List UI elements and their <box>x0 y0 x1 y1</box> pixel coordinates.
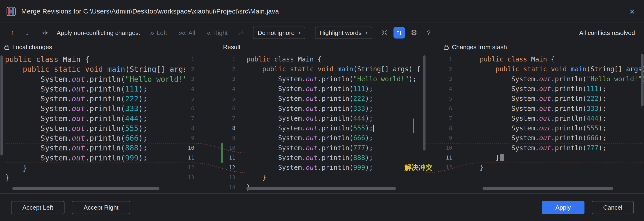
magic-resolve-button[interactable] <box>235 27 246 38</box>
right-editor[interactable]: public class Main { public static void m… <box>480 54 644 173</box>
accept-right-button[interactable]: Accept Right <box>72 201 130 214</box>
apply-button[interactable]: Apply <box>542 201 584 214</box>
code-line: System.out.println(555); <box>246 123 423 133</box>
line-number: 1 <box>217 54 236 64</box>
code-line: System.out.println(111); <box>480 84 644 94</box>
merge-editors: public class Main { public static void m… <box>0 54 644 193</box>
line-number: 6 <box>217 104 236 114</box>
line-number: 11 <box>176 153 194 163</box>
double-chevron-right-icon: » <box>150 29 154 36</box>
code-line: System.out.println("Hello world!"); <box>246 74 423 84</box>
line-number: 11 <box>434 153 452 163</box>
merge-arrows-icon <box>42 29 48 36</box>
line-number: 12 <box>434 163 452 173</box>
settings-gear-icon[interactable]: ⚙ <box>408 27 420 38</box>
pane-headers: Local changes Result Changes from stash <box>0 42 644 53</box>
code-line: System.out.println("Hello world!"); <box>480 74 644 84</box>
code-line: public class Main { <box>5 54 185 64</box>
line-number: 2 <box>434 64 452 74</box>
right-vertical-scrollbar[interactable] <box>641 54 644 106</box>
code-line: System.out.println(666); <box>480 133 644 143</box>
line-number: 5 <box>176 94 194 104</box>
line-number: 9 <box>176 133 194 143</box>
cancel-button[interactable]: Cancel <box>592 201 634 214</box>
code-line: System.out.println(888); <box>246 153 423 163</box>
collapse-unchanged-button[interactable] <box>379 27 390 38</box>
code-line: } <box>480 163 644 173</box>
ignore-policy-value: Do not ignore <box>258 29 295 36</box>
right-pane-title: Changes from stash <box>452 43 507 50</box>
close-icon[interactable]: × <box>626 5 638 17</box>
line-number: 11 <box>217 153 236 163</box>
titlebar: Merge Revisions for C:\Users\Admin\Deskt… <box>0 0 644 23</box>
line-number: 3 <box>434 74 452 84</box>
apply-all-button[interactable]: »« All <box>178 29 195 36</box>
line-number: 2 <box>176 64 194 74</box>
apply-right-button[interactable]: « Right <box>206 29 228 36</box>
chevrons-inward-icon: »« <box>178 29 186 36</box>
code-line: public class Main { <box>480 54 644 64</box>
line-number: 8 <box>217 123 236 133</box>
code-line: System.out.println(222); <box>5 94 185 104</box>
apply-all-label: All <box>188 29 195 36</box>
code-line: System.out.println(222); <box>480 94 644 104</box>
apply-left-label: Left <box>157 29 167 36</box>
apply-left-button[interactable]: » Left <box>150 29 167 36</box>
result-pane-header: Result <box>223 43 240 50</box>
code-line: System.out.println(888); <box>5 143 185 153</box>
code-line: public static void main(String[] args) { <box>246 64 423 74</box>
result-editor[interactable]: public class Main { public static void m… <box>246 54 423 192</box>
code-line: System.out.println("Hello world!"); <box>5 74 185 84</box>
help-icon[interactable]: ? <box>423 27 434 38</box>
left-vertical-scrollbar[interactable] <box>0 55 3 156</box>
line-number: 9 <box>434 133 452 143</box>
result-horizontal-scrollbar[interactable] <box>246 187 396 190</box>
sync-scroll-arrows-icon <box>396 29 402 36</box>
code-line: System.out.println(777); <box>246 143 423 153</box>
collapse-arrows-icon <box>381 29 388 36</box>
line-number: 10 <box>217 143 236 153</box>
resolve-conflict-annotation: 解决冲突 <box>404 163 432 172</box>
left-editor[interactable]: public class Main { public static void m… <box>5 54 185 183</box>
line-number: 6 <box>176 104 194 114</box>
code-line: } <box>246 173 423 183</box>
lock-icon <box>444 44 449 50</box>
previous-difference-button[interactable]: ↑ <box>6 27 18 38</box>
code-line: public class Main { <box>246 54 423 64</box>
apply-right-label: Right <box>213 29 228 36</box>
line-number: 6 <box>434 104 452 114</box>
line-number: 7 <box>176 114 194 123</box>
code-line: System.out.println(333); <box>246 104 423 114</box>
block-caret <box>500 154 504 161</box>
line-number: 7 <box>434 114 452 123</box>
code-line: System.out.println(111); <box>5 84 185 94</box>
accept-left-button[interactable]: Accept Left <box>11 201 64 214</box>
highlight-policy-dropdown[interactable]: Highlight words ▾ <box>315 26 372 39</box>
code-line: System.out.println(666); <box>246 133 423 143</box>
applied-change-marker <box>413 119 414 133</box>
result-vertical-scrollbar[interactable] <box>423 55 426 151</box>
lock-icon <box>4 44 10 50</box>
next-difference-button[interactable]: ↓ <box>22 27 33 38</box>
ignore-policy-dropdown[interactable]: Do not ignore ▾ <box>253 26 305 39</box>
line-number: 12 <box>176 163 194 173</box>
magic-wand-icon <box>238 29 244 36</box>
line-number: 14 <box>217 183 236 192</box>
window-title: Merge Revisions for C:\Users\Admin\Deskt… <box>22 8 279 15</box>
code-line: System.out.println(999); <box>246 163 423 173</box>
sync-scroll-toggle[interactable] <box>393 27 405 38</box>
merge-dialog-icon <box>6 7 16 16</box>
footer: Accept Left Accept Right Apply Cancel <box>0 193 644 221</box>
result-pane-title: Result <box>223 43 240 50</box>
line-number: 4 <box>217 84 236 94</box>
line-number: 10 <box>176 143 194 153</box>
apply-all-nonconflicting-button[interactable] <box>40 27 51 38</box>
code-line: System.out.println(111); <box>246 84 423 94</box>
left-horizontal-scrollbar[interactable] <box>12 187 160 190</box>
merge-revisions-dialog: Merge Revisions for C:\Users\Admin\Deskt… <box>0 0 644 221</box>
right-horizontal-scrollbar[interactable] <box>483 187 613 190</box>
line-number: 8 <box>434 123 452 133</box>
right-editor-gutter: 123456789101112 <box>434 54 452 173</box>
chevron-down-icon: ▾ <box>298 30 300 35</box>
line-number: 1 <box>176 54 194 64</box>
